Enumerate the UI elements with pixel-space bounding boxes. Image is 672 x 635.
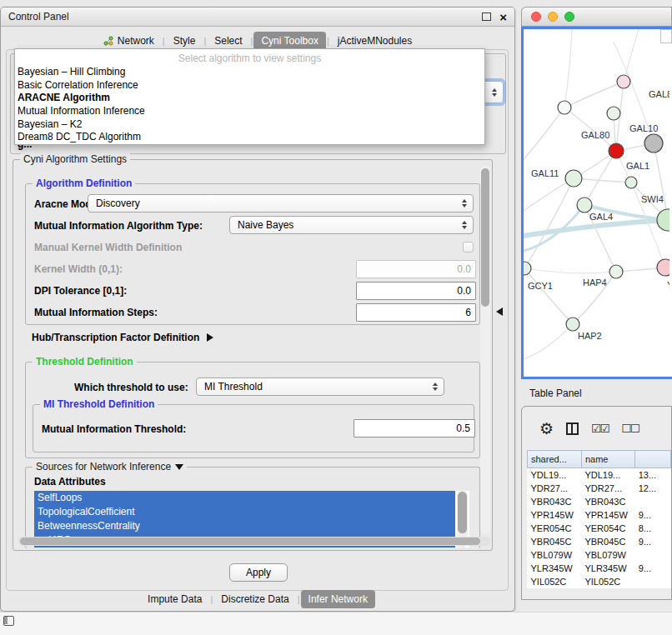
network-node[interactable] [617,75,630,88]
network-edge[interactable] [584,151,616,205]
dropdown-placeholder[interactable]: Select algorithm to view settings [15,51,484,66]
network-node[interactable] [657,209,669,231]
network-node[interactable] [524,262,531,275]
table-row[interactable]: YER054CYER054C8... [528,522,671,535]
network-node[interactable] [609,143,624,158]
algorithm-option[interactable]: Mutual Information Inference [15,105,484,118]
select-checkboxes-icon[interactable]: ☑☑ [591,422,609,435]
tab-impute-data[interactable]: Impute Data [140,590,209,608]
attribute-item[interactable]: SelfLoops [34,491,455,505]
network-edge[interactable] [524,324,573,359]
table-row[interactable]: YDL19...YDL19...13... [528,468,671,482]
network-node-label: GAL80 [581,130,609,140]
algorithm-option[interactable]: Basic Correlation Inference [15,79,484,92]
table-cell: YBR045C [528,535,582,548]
cyni-settings-groupbox: Cyni Algorithm Settings Algorithm Defini… [13,159,493,551]
which-threshold-value: MI Threshold [204,381,263,392]
tab-separator: | [163,36,165,46]
zoom-button[interactable] [564,12,574,22]
network-edge[interactable] [524,268,573,324]
column-header[interactable] [635,451,671,468]
manual-kernel-checkbox [463,242,474,252]
panel-collapse-arrow[interactable] [496,308,503,316]
table-cell: YBR045C [581,535,634,548]
scrollbar-thumb[interactable] [20,538,480,545]
table-row[interactable]: YPR145WYPR145W9... [528,508,671,522]
table-row[interactable]: YBL079WYBL079W [528,548,671,562]
aracne-mode-value: Discovery [96,198,140,209]
table-row[interactable]: YIL052CYIL052C [528,575,671,588]
node-table: shared...name YDL19...YDL19...13...YDR27… [527,450,671,588]
tab-label: Network [118,35,154,47]
table-cell: YLR345W [581,562,634,575]
network-edge[interactable] [524,108,564,159]
algorithm-option[interactable]: Dream8 DC_TDC Algorithm [15,131,484,144]
sources-title[interactable]: Sources for Network Inference [33,461,187,472]
table-cell: 9... [635,535,671,548]
gear-icon[interactable]: ⚙ [539,421,554,437]
table-cell: YER054C [581,522,634,535]
column-header[interactable]: shared... [528,451,582,468]
network-node-label: HAP2 [578,331,602,341]
table-row[interactable]: YLR345WYLR345W9... [528,562,671,575]
network-node[interactable] [644,134,663,152]
sources-title-text: Sources for Network Inference [36,461,171,472]
attribute-item[interactable]: TopologicalCoefficient [34,505,455,519]
settings-vertical-scrollbar[interactable] [480,166,490,534]
tab-jactivemnodules[interactable]: jActiveMNodules [330,32,419,50]
close-icon[interactable]: × [499,11,507,23]
columns-icon[interactable] [566,422,579,435]
aracne-mode-select[interactable]: Discovery [88,194,474,212]
tab-separator: | [327,36,329,46]
which-threshold-select[interactable]: MI Threshold [196,378,444,396]
minimize-button[interactable] [548,12,558,22]
tab-network[interactable]: Network [96,32,162,50]
algorithm-option[interactable]: Bayesian – Hill Climbing [15,66,484,79]
tab-label: Style [173,35,196,47]
mi-algorithm-type-select[interactable]: Naive Bayes [229,216,474,234]
network-node[interactable] [625,177,637,188]
mi-steps-input[interactable] [356,303,476,322]
algorithm-option[interactable]: Bayesian – K2 [15,118,484,132]
float-window-icon[interactable] [482,12,491,21]
network-node[interactable] [607,107,620,120]
network-edge[interactable] [524,178,574,268]
network-node[interactable] [565,170,582,187]
network-node-label: SWI4 [641,194,664,204]
table-cell: YBR043C [581,495,634,508]
control-panel-titlebar[interactable]: Control Panel × [1,8,514,27]
network-node[interactable] [577,198,592,212]
network-canvas[interactable]: GAL8GAL80GAL10GAL11GAL1SWI4GAL4GCY1HAP4Y… [521,27,672,379]
tab-style[interactable]: Style [166,32,203,50]
table-toolbar: ⚙ ☑☑ ☐☐ [522,413,639,443]
network-edge[interactable] [564,29,572,108]
network-node[interactable] [558,101,571,114]
attribute-item[interactable]: BetweennessCentrality [34,519,455,533]
tab-infer-network[interactable]: Infer Network [301,590,375,608]
table-row[interactable]: YDR27...YDR27...12... [528,482,671,495]
deselect-checkboxes-icon[interactable]: ☐☐ [621,422,639,435]
network-edge[interactable] [624,29,639,82]
network-edge[interactable] [564,82,624,108]
tab-discretize-data[interactable]: Discretize Data [213,590,296,608]
table-row[interactable]: YBR045CYBR045C9... [528,535,671,548]
hub-definition-expander[interactable]: Hub/Transcription Factor Definition [32,332,213,343]
network-edge[interactable] [524,268,616,273]
dpi-tolerance-input[interactable] [356,282,476,300]
show-panel-icon[interactable] [3,616,14,626]
network-node[interactable] [566,318,579,331]
table-row[interactable]: YBR043CYBR043C [528,495,671,508]
network-window-titlebar[interactable] [521,7,672,27]
scrollbar-thumb[interactable] [481,168,489,307]
column-header[interactable]: name [581,451,634,468]
network-node[interactable] [657,259,669,276]
algorithm-option[interactable]: ARACNE Algorithm [15,92,484,105]
apply-button[interactable]: Apply [229,563,288,582]
tab-cyni-toolbox[interactable]: Cyni Toolbox [253,32,325,50]
close-button[interactable] [531,12,541,22]
mi-threshold-input[interactable] [354,419,475,438]
network-node[interactable] [609,265,623,278]
settings-horizontal-scrollbar[interactable] [18,537,490,546]
scrollbar-thumb[interactable] [458,492,467,533]
tab-select[interactable]: Select [207,32,249,50]
